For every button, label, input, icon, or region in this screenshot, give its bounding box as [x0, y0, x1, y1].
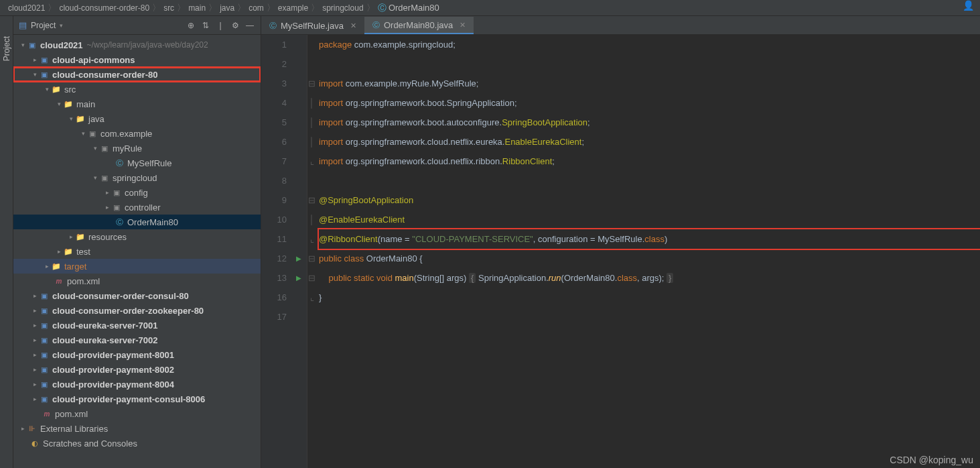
sidebar-header: ▤ Project ▾ ⊕ ⇅ | ⚙ — [13, 16, 261, 35]
crumb[interactable]: com [249, 3, 264, 13]
tree-module[interactable]: ▸▣cloud-api-commons [13, 52, 261, 67]
tree-package-springcloud[interactable]: ▾▣springcloud [13, 170, 261, 185]
project-sidebar: ▤ Project ▾ ⊕ ⇅ | ⚙ — ▾▣cloud2021~/wxp/l… [13, 16, 261, 468]
crumb[interactable]: main [188, 3, 206, 13]
fold-gutter: ⊟│││⌞ ⊟│⌞⊟⊟⌞ [307, 35, 316, 468]
tree-external-libs[interactable]: ▸⊪External Libraries [13, 421, 261, 436]
tree-package[interactable]: ▾▣com.example [13, 126, 261, 141]
tree-module[interactable]: ▸▣cloud-provider-payment-8001 [13, 347, 261, 362]
tree-package-controller[interactable]: ▸▣controller [13, 200, 261, 215]
tree-class-myselfrule[interactable]: ⒸMySelfRule [13, 156, 261, 170]
run-icon[interactable]: ▶ [293, 249, 307, 268]
divider-icon: | [215, 20, 226, 31]
project-gutter-label: Project [2, 36, 11, 61]
code-area[interactable]: 123456789101112131617 ▶ ▶ ⊟│││⌞ ⊟│⌞⊟⊟⌞ p… [261, 35, 980, 468]
tree-folder-src[interactable]: ▾📁src [13, 82, 261, 97]
tree-module-highlighted[interactable]: ▾▣cloud-consumer-order-80 [13, 67, 261, 82]
crumb[interactable]: cloud-consumer-order-80 [59, 3, 149, 13]
expand-all-icon[interactable]: ⇅ [200, 20, 211, 31]
tree-scratches[interactable]: ◐Scratches and Consoles [13, 436, 261, 451]
gear-icon[interactable]: ⚙ [230, 20, 240, 31]
crumb[interactable]: springcloud [322, 3, 363, 13]
tree-folder-java[interactable]: ▾📁java [13, 111, 261, 126]
tree-module[interactable]: ▸▣cloud-consumer-order-consul-80 [13, 288, 261, 303]
hide-icon[interactable]: — [244, 20, 255, 31]
project-view-icon: ▤ [19, 20, 27, 30]
tree-package-config[interactable]: ▸▣config [13, 185, 261, 200]
editor: ⒸMySelfRule.java✕ ⒸOrderMain80.java✕ 123… [261, 16, 980, 468]
close-icon[interactable]: ✕ [350, 21, 356, 30]
breadcrumb: cloud2021〉 cloud-consumer-order-80〉 src〉… [0, 0, 980, 16]
tree-folder-target[interactable]: ▸📁target [13, 259, 261, 274]
tree-folder-main[interactable]: ▾📁main [13, 97, 261, 111]
tree-module[interactable]: ▸▣cloud-provider-payment-8004 [13, 377, 261, 392]
tab-ordermain80[interactable]: ⒸOrderMain80.java✕ [364, 17, 474, 34]
project-tool-gutter[interactable]: Project [0, 16, 13, 468]
tree-folder-resources[interactable]: ▸📁resources [13, 229, 261, 244]
run-gutter: ▶ ▶ [293, 35, 307, 468]
tree-module[interactable]: ▸▣cloud-consumer-order-zookeeper-80 [13, 303, 261, 318]
crumb[interactable]: src [163, 3, 174, 13]
project-tree[interactable]: ▾▣cloud2021~/wxp/learn/java/java-web/day… [13, 35, 261, 468]
editor-tabs: ⒸMySelfRule.java✕ ⒸOrderMain80.java✕ [261, 16, 980, 35]
tree-module[interactable]: ▸▣cloud-provider-payment-8002 [13, 362, 261, 377]
crumb[interactable]: java [220, 3, 234, 13]
tree-file-pom-root[interactable]: mpom.xml [13, 406, 261, 421]
tree-module[interactable]: ▸▣cloud-eureka-server-7001 [13, 318, 261, 333]
tab-myselfrule[interactable]: ⒸMySelfRule.java✕ [261, 17, 364, 34]
user-icon[interactable]: 👤 [963, 0, 976, 13]
tree-folder-test[interactable]: ▸📁test [13, 244, 261, 259]
crumb-file[interactable]: Ⓒ OrderMain80 [378, 2, 439, 14]
tree-class-ordermain80[interactable]: ⒸOrderMain80 [13, 215, 261, 229]
tree-module[interactable]: ▸▣cloud-eureka-server-7002 [13, 333, 261, 347]
tree-root[interactable]: ▾▣cloud2021~/wxp/learn/java/java-web/day… [13, 38, 261, 52]
watermark: CSDN @koping_wu [890, 455, 973, 465]
line-numbers: 123456789101112131617 [261, 35, 293, 468]
tree-file-pom[interactable]: mpom.xml [13, 274, 261, 288]
tree-package-myrule[interactable]: ▾▣myRule [13, 141, 261, 156]
code-text[interactable]: package com.example.springcloud; import … [316, 35, 980, 468]
tree-module[interactable]: ▸▣cloud-provider-payment-consul-8006 [13, 392, 261, 406]
close-icon[interactable]: ✕ [460, 21, 466, 30]
select-opened-icon[interactable]: ⊕ [186, 20, 196, 31]
crumb[interactable]: cloud2021 [8, 3, 45, 13]
crumb[interactable]: example [278, 3, 308, 13]
chevron-down-icon[interactable]: ▾ [60, 22, 63, 29]
highlighted-line: @RibbonClient(name = "CLOUD-PAYMENT-SERV… [319, 229, 980, 249]
run-icon[interactable]: ▶ [293, 268, 307, 288]
sidebar-title[interactable]: Project [31, 21, 56, 30]
